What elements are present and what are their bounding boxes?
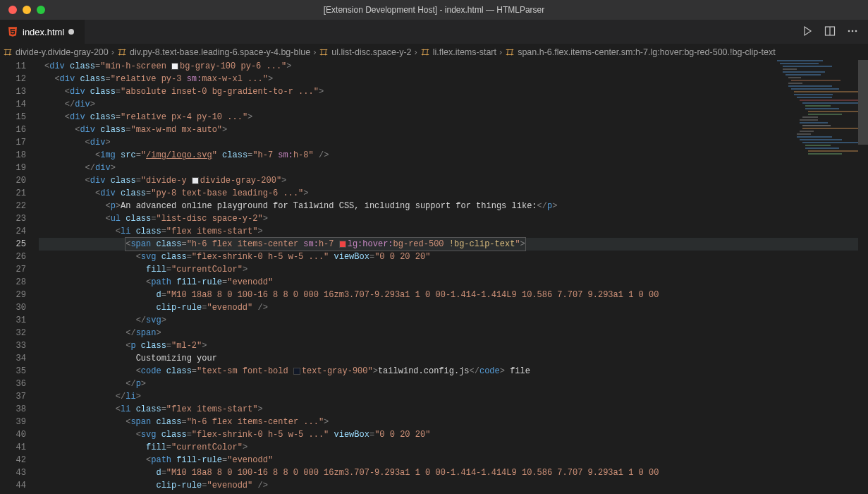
window-controls — [0, 6, 45, 14]
svg-point-3 — [852, 30, 854, 32]
tab-filename: index.html — [23, 27, 64, 37]
chevron-right-icon: › — [111, 47, 114, 57]
run-icon[interactable] — [802, 25, 813, 39]
split-editor-icon[interactable] — [824, 25, 836, 39]
breadcrumb-item[interactable]: ul.list-disc.space-y-2 — [331, 47, 411, 57]
breadcrumb[interactable]: divide-y.divide-gray-200 › div.py-8.text… — [0, 44, 868, 60]
line-number-gutter[interactable]: 1112131415161718192021222324252627282930… — [0, 60, 39, 494]
breadcrumb-symbol-icon — [117, 47, 127, 57]
tab-modified-indicator — [68, 29, 74, 35]
editor-actions — [802, 20, 868, 44]
breadcrumb-item[interactable]: div.py-8.text-base.leading-6.space-y-4.b… — [130, 47, 310, 57]
chevron-right-icon: › — [499, 47, 502, 57]
close-window-button[interactable] — [8, 6, 17, 14]
editor: 1112131415161718192021222324252627282930… — [0, 60, 868, 494]
html-file-icon — [7, 26, 18, 37]
vertical-scrollbar[interactable] — [858, 60, 868, 494]
scrollbar-thumb[interactable] — [858, 60, 868, 145]
breadcrumb-symbol-icon — [505, 47, 515, 57]
tab-bar: index.html — [0, 20, 868, 44]
breadcrumb-symbol-icon — [3, 47, 13, 57]
minimize-window-button[interactable] — [23, 6, 31, 14]
svg-point-4 — [855, 30, 857, 32]
svg-point-2 — [848, 30, 850, 32]
more-actions-icon[interactable] — [847, 25, 858, 39]
breadcrumb-symbol-icon — [420, 47, 430, 57]
breadcrumb-symbol-icon — [319, 47, 329, 57]
titlebar: [Extension Development Host] - index.htm… — [0, 0, 868, 20]
code-area[interactable]: <div class="min-h-screen bg-gray-100 py-… — [39, 60, 868, 494]
chevron-right-icon: › — [415, 47, 417, 57]
breadcrumb-item[interactable]: li.flex.items-start — [433, 47, 496, 57]
chevron-right-icon: › — [313, 47, 316, 57]
zoom-window-button[interactable] — [37, 6, 45, 14]
breadcrumb-item[interactable]: divide-y.divide-gray-200 — [16, 47, 109, 57]
tab-index-html[interactable]: index.html — [0, 20, 85, 44]
breadcrumb-item[interactable]: span.h-6.flex.items-center.sm:h-7.lg:hov… — [518, 47, 775, 57]
window-title: [Extension Development Host] - index.htm… — [324, 5, 544, 15]
